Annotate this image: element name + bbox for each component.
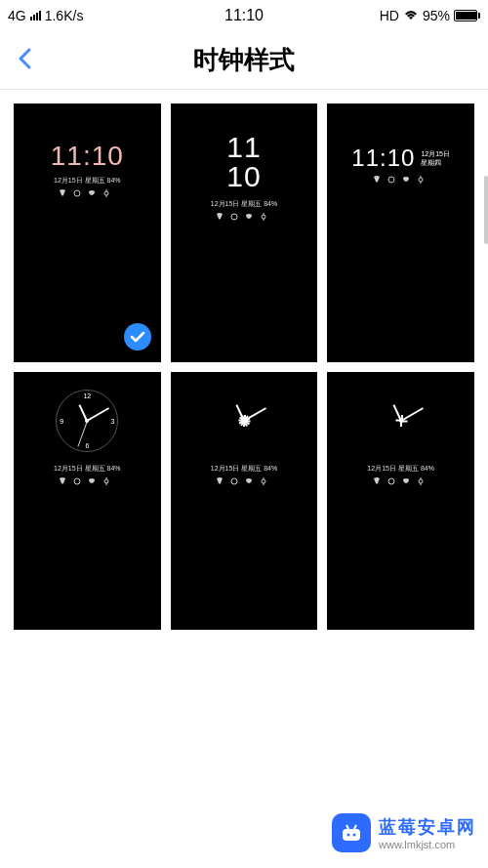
status-bar: 4G 1.6K/s 11:10 HD 95% (0, 0, 488, 31)
clock-style-5[interactable]: 12月15日 星期五 84% (171, 372, 318, 631)
nav-bar: 时钟样式 (0, 31, 488, 90)
clock-style-4[interactable]: 12 6 9 3 12月15日 星期五 84% (14, 372, 161, 631)
analog-clock-icon: 12 6 9 3 (56, 390, 118, 452)
svg-point-4 (388, 177, 394, 183)
svg-point-10 (388, 478, 394, 484)
notification-icons (372, 477, 430, 487)
notification-icons (58, 477, 116, 487)
watermark: 蓝莓安卓网 www.lmkjst.com (320, 807, 488, 858)
preview-time: 11:10 (51, 141, 124, 172)
svg-rect-12 (343, 829, 360, 841)
svg-point-8 (231, 478, 237, 484)
svg-point-6 (74, 478, 80, 484)
svg-point-3 (262, 215, 265, 219)
svg-point-0 (74, 190, 80, 196)
network-speed: 1.6K/s (45, 8, 84, 23)
preview-date: 12月15日 星期五 84% (211, 199, 277, 209)
watermark-title: 蓝莓安卓网 (379, 815, 476, 839)
hd-label: HD (380, 8, 399, 23)
preview-date: 12月15日 星期五 84% (54, 176, 120, 186)
svg-point-2 (231, 214, 237, 220)
svg-point-5 (419, 178, 423, 182)
notification-icons (215, 477, 273, 487)
preview-time: 11:10 (351, 145, 415, 172)
scrollbar[interactable] (484, 176, 488, 244)
page-title: 时钟样式 (193, 43, 295, 77)
network-type: 4G (8, 8, 26, 23)
clock-style-3[interactable]: 11:10 12月15日星期四 (327, 103, 474, 362)
preview-date: 12月15日星期四 (421, 149, 450, 167)
analog-clock-icon (213, 390, 275, 452)
clock-style-2[interactable]: 1110 12月15日 星期五 84% (171, 103, 318, 362)
notification-icons (215, 213, 273, 223)
battery-pct: 95% (423, 8, 450, 23)
signal-icon (30, 11, 41, 21)
svg-point-11 (419, 479, 423, 483)
svg-line-15 (346, 825, 348, 829)
notification-icons (372, 176, 430, 186)
preview-date: 12月15日 星期五 84% (54, 464, 120, 474)
selected-check-icon (124, 323, 151, 351)
battery-icon (454, 10, 480, 21)
preview-time: 1110 (226, 133, 261, 191)
watermark-logo-icon (332, 813, 371, 852)
back-button[interactable] (0, 48, 49, 73)
svg-point-7 (104, 479, 108, 483)
notification-icons (58, 189, 116, 199)
svg-line-16 (354, 825, 356, 829)
clock-style-6[interactable]: 12月15日 星期五 84% (327, 372, 474, 631)
clock-style-1[interactable]: 11:10 12月15日 星期五 84% (14, 103, 161, 362)
watermark-url: www.lmkjst.com (379, 839, 476, 850)
svg-point-9 (262, 479, 265, 483)
svg-point-1 (104, 191, 108, 195)
svg-point-13 (347, 834, 350, 837)
wifi-icon (403, 8, 419, 23)
svg-point-14 (353, 834, 356, 837)
preview-date: 12月15日 星期五 84% (211, 464, 277, 474)
status-time: 11:10 (224, 7, 264, 24)
clock-style-grid: 11:10 12月15日 星期五 84% 1110 12月15日 星期五 84%… (0, 90, 488, 643)
analog-clock-icon (370, 390, 432, 452)
preview-date: 12月15日 星期五 84% (367, 464, 433, 474)
